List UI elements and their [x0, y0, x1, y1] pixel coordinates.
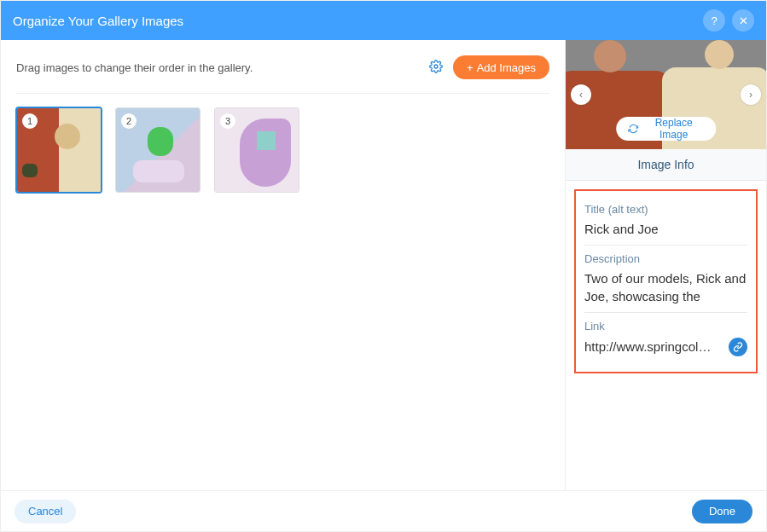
add-images-button[interactable]: + Add Images [453, 55, 549, 79]
refresh-icon [628, 123, 638, 135]
help-icon: ? [711, 14, 717, 27]
edit-link-button[interactable] [729, 338, 747, 356]
dialog-body: Drag images to change their order in the… [1, 40, 766, 490]
image-info-tab[interactable]: Image Info [566, 149, 766, 181]
svg-point-0 [434, 65, 438, 68]
plus-icon: + [467, 61, 474, 74]
thumbnail[interactable]: 3 [214, 107, 299, 193]
chevron-right-icon: › [749, 89, 752, 101]
thumbnail-index: 3 [220, 113, 235, 129]
gallery-organizer-dialog: Organize Your Gallery Images ? ✕ Drag im… [0, 0, 767, 532]
thumbnail-index: 1 [22, 113, 38, 129]
cancel-label: Cancel [28, 505, 62, 518]
instructions-text: Drag images to change their order in the… [16, 61, 253, 74]
title-label: Title (alt text) [584, 203, 747, 216]
gear-icon [429, 60, 443, 73]
replace-image-label: Replace Image [643, 117, 704, 141]
link-field[interactable]: Link http://www.springcol… [584, 312, 747, 363]
preview-image-detail [594, 40, 626, 72]
description-value: Two of our models, Rick and Joe, showcas… [584, 270, 747, 305]
thumbnail-index: 2 [121, 113, 137, 129]
side-panel: ‹ › Replace Image Image Info Title (alt … [565, 40, 766, 490]
description-field[interactable]: Description Two of our models, Rick and … [584, 245, 747, 312]
dialog-header: Organize Your Gallery Images ? ✕ [1, 1, 766, 40]
link-value: http://www.springcol… [584, 339, 720, 354]
thumbnail-list: 1 2 3 [16, 94, 549, 193]
done-button[interactable]: Done [692, 500, 752, 523]
cancel-button[interactable]: Cancel [15, 500, 76, 523]
help-button[interactable]: ? [703, 9, 725, 32]
dialog-title: Organize Your Gallery Images [13, 14, 183, 28]
add-images-label: Add Images [477, 61, 536, 74]
image-preview: ‹ › Replace Image [566, 40, 766, 149]
settings-button[interactable] [429, 60, 443, 76]
close-icon: ✕ [739, 14, 748, 27]
description-label: Description [584, 252, 747, 265]
dialog-footer: Cancel Done [1, 490, 766, 531]
preview-prev-button[interactable]: ‹ [571, 84, 591, 105]
replace-image-button[interactable]: Replace Image [616, 117, 717, 141]
thumbnail[interactable]: 1 [16, 107, 102, 193]
done-label: Done [709, 505, 735, 518]
close-button[interactable]: ✕ [732, 9, 754, 32]
image-info-panel: Title (alt text) Rick and Joe Descriptio… [574, 189, 758, 373]
link-icon [733, 342, 743, 352]
main-panel: Drag images to change their order in the… [1, 40, 565, 490]
link-label: Link [584, 320, 747, 332]
title-value: Rick and Joe [584, 221, 747, 238]
chevron-left-icon: ‹ [579, 89, 583, 101]
preview-next-button[interactable]: › [741, 84, 761, 105]
thumbnail[interactable]: 2 [115, 107, 200, 193]
title-field[interactable]: Title (alt text) Rick and Joe [584, 196, 747, 245]
